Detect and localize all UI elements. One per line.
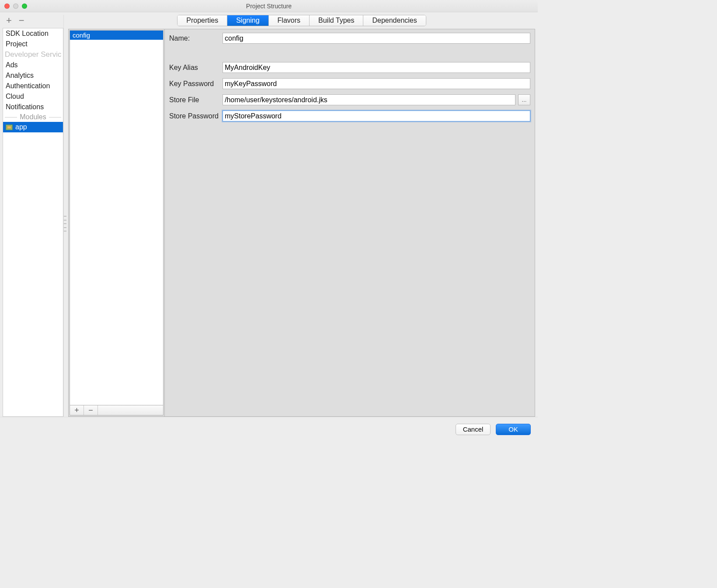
- sidebar-item-project[interactable]: Project: [3, 39, 63, 49]
- sidebar-remove-icon[interactable]: −: [19, 16, 24, 25]
- tab-build-types[interactable]: Build Types: [310, 15, 363, 26]
- sidebar-item-analytics[interactable]: Analytics: [3, 70, 63, 81]
- add-config-button[interactable]: +: [70, 405, 84, 415]
- key-password-label: Key Password: [169, 80, 223, 88]
- sidebar-item-sdk-location[interactable]: SDK Location: [3, 28, 63, 39]
- split-grip-icon[interactable]: [64, 216, 66, 232]
- store-password-label: Store Password: [169, 112, 223, 120]
- remove-config-button[interactable]: −: [84, 405, 98, 415]
- name-label: Name:: [169, 35, 223, 42]
- sidebar-list: SDK Location Project Developer Servic Ad…: [3, 28, 63, 417]
- sidebar-item-app[interactable]: app: [3, 122, 63, 132]
- sidebar: + − SDK Location Project Developer Servi…: [3, 15, 64, 417]
- sidebar-item-authentication[interactable]: Authentication: [3, 81, 63, 91]
- browse-store-file-button[interactable]: ...: [518, 94, 530, 105]
- module-icon: [6, 125, 13, 130]
- sidebar-item-cloud[interactable]: Cloud: [3, 91, 63, 102]
- sidebar-add-icon[interactable]: +: [6, 16, 12, 25]
- titlebar: Project Structure: [0, 0, 538, 12]
- signing-config-list[interactable]: config: [70, 30, 164, 405]
- tab-dependencies[interactable]: Dependencies: [363, 15, 425, 26]
- sidebar-header-developer-services: Developer Servic: [3, 49, 63, 60]
- tab-properties[interactable]: Properties: [178, 15, 227, 26]
- window-title: Project Structure: [0, 3, 538, 10]
- key-password-field[interactable]: [223, 78, 530, 89]
- cancel-button[interactable]: Cancel: [456, 424, 491, 435]
- tab-flavors[interactable]: Flavors: [269, 15, 310, 26]
- tab-bar: Properties Signing Flavors Build Types D…: [177, 15, 426, 26]
- signing-config-item[interactable]: config: [70, 31, 163, 40]
- sidebar-item-ads[interactable]: Ads: [3, 60, 63, 70]
- sidebar-item-notifications[interactable]: Notifications: [3, 102, 63, 112]
- key-alias-field[interactable]: [223, 62, 530, 73]
- name-field[interactable]: [223, 33, 530, 44]
- sidebar-item-label: app: [15, 123, 27, 131]
- ok-button[interactable]: OK: [496, 424, 531, 435]
- sidebar-header-modules: Modules: [3, 112, 63, 122]
- key-alias-label: Key Alias: [169, 64, 223, 72]
- signing-form: Name: Key Alias Key Password Store File …: [165, 29, 535, 416]
- store-file-field[interactable]: [223, 94, 515, 105]
- store-password-field[interactable]: [223, 111, 530, 121]
- tab-signing[interactable]: Signing: [227, 15, 268, 26]
- store-file-label: Store File: [169, 96, 223, 104]
